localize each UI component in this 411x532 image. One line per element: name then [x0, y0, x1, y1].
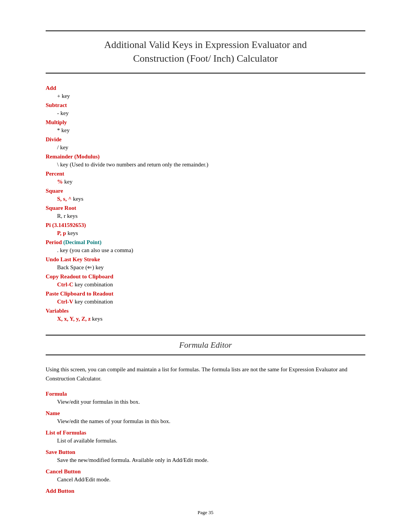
formula-items-list: Formula View/edit your formulas in this …	[46, 391, 365, 494]
formula-editor-title-block: Formula Editor	[46, 335, 365, 355]
section1-title-block: Additional Valid Keys in Expression Eval…	[46, 30, 365, 73]
formula-item-cancel: Cancel Button Cancel Add/Edit mode.	[46, 468, 365, 484]
key-divide: Divide / key	[46, 136, 365, 152]
key-divide-term: Divide	[46, 136, 365, 143]
formula-item-formula: Formula View/edit your formulas in this …	[46, 391, 365, 406]
key-square-detail: S, s, ^ keys	[57, 194, 365, 203]
key-copy-highlight: Ctrl-C	[57, 281, 73, 288]
key-period: Period (Decimal Point) . key (you can al…	[46, 239, 365, 255]
formula-item-save-detail: Save the new/modified formula. Available…	[57, 455, 365, 465]
key-period-detail: . key (you can also use a comma)	[57, 246, 365, 255]
key-remainder: Remainder (Modulus) \ key (Used to divid…	[46, 153, 365, 169]
key-percent-highlight: %	[57, 179, 63, 185]
key-square: Square S, s, ^ keys	[46, 188, 365, 203]
key-paste-highlight: Ctrl-V	[57, 299, 73, 305]
key-undo: Undo Last Key Stroke Back Space (⇐) key	[46, 256, 365, 272]
formula-item-list: List of Formulas List of available formu…	[46, 430, 365, 445]
formula-item-list-term: List of Formulas	[46, 430, 365, 436]
key-multiply-term: Multiply	[46, 119, 365, 126]
key-add: Add + key	[46, 85, 365, 101]
formula-editor-title: Formula Editor	[53, 340, 358, 350]
formula-item-name-detail: View/edit the names of your formulas in …	[57, 417, 365, 426]
formula-item-add-term: Add Button	[46, 488, 365, 494]
key-add-detail: + key	[57, 91, 365, 101]
formula-item-name: Name View/edit the names of your formula…	[46, 410, 365, 426]
key-subtract-detail: - key	[57, 109, 365, 118]
formula-item-formula-term: Formula	[46, 391, 365, 397]
key-square-root-detail: R, r keys	[57, 211, 365, 220]
key-square-highlight: S, s, ^	[57, 196, 72, 202]
key-multiply: Multiply * key	[46, 119, 365, 135]
section1-title-line2: Construction (Foot/ Inch) Calculator	[133, 53, 278, 64]
key-undo-detail: Back Space (⇐) key	[57, 263, 365, 272]
key-multiply-detail: * key	[57, 126, 365, 135]
section1-title-line1: Additional Valid Keys in Expression Eval…	[104, 39, 307, 50]
formula-item-add: Add Button	[46, 488, 365, 494]
key-square-term: Square	[46, 188, 365, 194]
key-subtract-term: Subtract	[46, 102, 365, 109]
key-pi-term: Pi (3.141592653)	[46, 222, 365, 228]
key-copy: Copy Readout to Clipboard Ctrl-C key com…	[46, 273, 365, 289]
formula-item-cancel-detail: Cancel Add/Edit mode.	[57, 475, 365, 484]
key-variables-term: Variables	[46, 308, 365, 314]
key-copy-term: Copy Readout to Clipboard	[46, 273, 365, 280]
key-variables-detail: X, x, Y, y, Z, z keys	[57, 314, 365, 323]
key-period-term-teal: (Decimal Point)	[63, 239, 101, 245]
key-pi: Pi (3.141592653) P, p keys	[46, 222, 365, 238]
key-variables-highlight: X, x, Y, y, Z, z	[57, 316, 91, 322]
section1-title: Additional Valid Keys in Expression Eval…	[53, 38, 358, 66]
key-percent: Percent % key	[46, 171, 365, 186]
key-undo-term: Undo Last Key Stroke	[46, 256, 365, 263]
formula-item-save: Save Button Save the new/modified formul…	[46, 449, 365, 465]
formula-item-save-term: Save Button	[46, 449, 365, 455]
key-square-root: Square Root R, r keys	[46, 205, 365, 220]
formula-item-name-term: Name	[46, 410, 365, 417]
formula-item-formula-detail: View/edit your formulas in this box.	[57, 397, 365, 406]
key-percent-term: Percent	[46, 171, 365, 177]
key-variables: Variables X, x, Y, y, Z, z keys	[46, 308, 365, 323]
key-square-root-term: Square Root	[46, 205, 365, 211]
key-paste-detail: Ctrl-V key combination	[57, 297, 365, 306]
formula-editor-intro: Using this screen, you can compile and m…	[46, 365, 365, 383]
key-percent-detail: % key	[57, 177, 365, 186]
key-add-term: Add	[46, 85, 365, 91]
key-remainder-term: Remainder (Modulus)	[46, 153, 365, 160]
key-period-term-bold: Period	[46, 239, 62, 245]
page-number: Page 35	[46, 510, 365, 516]
keys-list: Add + key Subtract - key Multiply * key …	[46, 85, 365, 323]
key-remainder-detail: \ key (Used to divide two numbers and re…	[57, 160, 365, 169]
key-divide-detail: / key	[57, 143, 365, 152]
key-paste: Paste Clipboard to Readout Ctrl-V key co…	[46, 291, 365, 306]
key-pi-detail: P, p keys	[57, 228, 365, 238]
formula-item-list-detail: List of available formulas.	[57, 436, 365, 445]
formula-item-cancel-term: Cancel Button	[46, 468, 365, 475]
key-period-term: Period (Decimal Point)	[46, 239, 365, 246]
key-subtract: Subtract - key	[46, 102, 365, 118]
key-paste-term: Paste Clipboard to Readout	[46, 291, 365, 297]
key-copy-detail: Ctrl-C key combination	[57, 280, 365, 289]
key-pi-highlight: P, p	[57, 230, 66, 236]
